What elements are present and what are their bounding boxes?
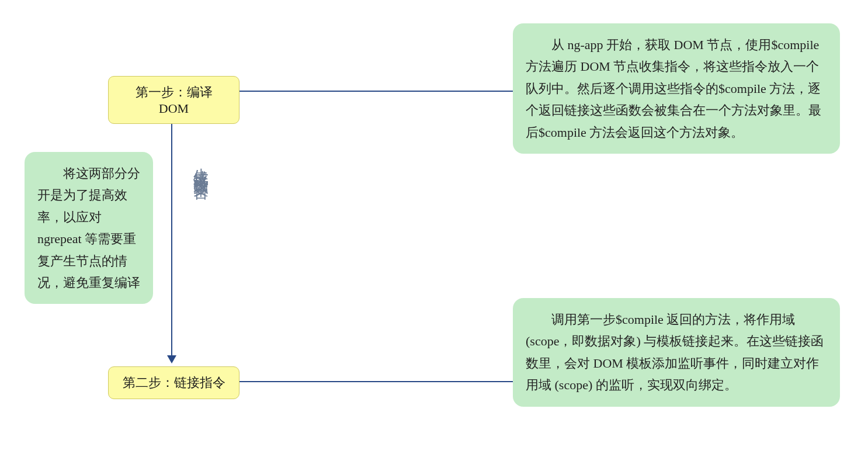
connector-vertical [171, 105, 172, 356]
arrow-label: 生成链接函数集合 [190, 156, 211, 175]
note-right-top-text: 从 ng-app 开始，获取 DOM 节点，使用$compile 方法遍历 DO… [526, 34, 827, 143]
step2-box: 第二步：链接指令 [108, 366, 239, 399]
note-right-bottom: 调用第一步$compile 返回的方法，将作用域 (scope，即数据对象) 与… [513, 298, 840, 407]
note-right-bottom-text: 调用第一步$compile 返回的方法，将作用域 (scope，即数据对象) 与… [526, 309, 827, 396]
note-left: 将这两部分分开是为了提高效率，以应对ngrepeat 等需要重复产生节点的情况，… [25, 152, 153, 304]
connector-step1-right [234, 91, 514, 92]
step1-box: 第一步：编译 DOM [108, 76, 239, 124]
note-left-text: 将这两部分分开是为了提高效率，以应对ngrepeat 等需要重复产生节点的情况，… [37, 162, 140, 293]
arrow-down-icon [167, 355, 176, 363]
step2-label: 第二步：链接指令 [123, 375, 225, 390]
note-right-top: 从 ng-app 开始，获取 DOM 节点，使用$compile 方法遍历 DO… [513, 23, 840, 154]
connector-step2-right [234, 381, 514, 382]
step1-label: 第一步：编译 DOM [136, 85, 213, 116]
